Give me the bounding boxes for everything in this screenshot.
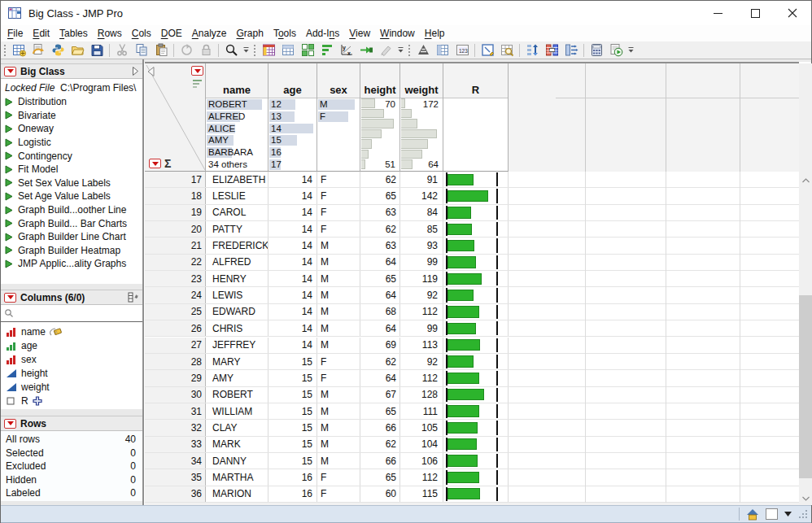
split-table-icon[interactable] [561,42,581,59]
column-header-R[interactable]: R [443,63,509,172]
cell-height[interactable]: 64 [360,255,400,270]
cell-age[interactable]: 14 [268,205,317,220]
cell-height[interactable]: 66 [360,420,400,435]
cell-sex[interactable]: F [317,188,360,203]
scroll-down-icon[interactable] [799,491,812,505]
row-number[interactable]: 30 [145,387,206,403]
row-number[interactable]: 18 [145,188,206,203]
cell-name[interactable]: PATTY [206,221,268,237]
cell-name[interactable]: HENRY [206,271,268,286]
columns-search-box[interactable] [1,305,142,322]
cell-r-bar[interactable] [443,287,509,303]
cell-sex[interactable]: M [317,238,360,253]
script-item[interactable]: Graph Build... Bar Charts [1,216,142,230]
row-stat-hidden[interactable]: Hidden0 [1,473,142,487]
cell-weight[interactable]: 112 [400,469,443,485]
cell-name[interactable]: ELIZABETH [206,172,268,187]
toolbar-overflow-icon[interactable] [241,42,251,59]
table-row-17[interactable]: 17ELIZABETH14F6291 [145,172,799,188]
sort-columns-icon[interactable] [522,42,542,59]
row-number[interactable]: 17 [145,172,206,187]
row-number[interactable]: 22 [145,255,206,270]
cell-r-bar[interactable] [443,420,509,435]
cell-sex[interactable]: M [317,271,360,286]
save-icon[interactable] [87,42,107,59]
column-item-weight[interactable]: weight [1,380,142,394]
cell-name[interactable]: LEWIS [206,287,268,303]
menu-doe[interactable]: DOE [156,26,187,41]
table-row-27[interactable]: 27JEFFREY14M69113 [145,338,799,354]
cell-sex[interactable]: M [317,403,360,419]
cell-name[interactable]: AMY [206,370,268,386]
table-row-18[interactable]: 18LESLIE14F65142 [145,188,799,204]
cell-r-bar[interactable] [443,387,509,403]
join-tables-icon[interactable] [542,42,561,59]
row-stat-excluded[interactable]: Excluded0 [1,460,142,473]
cell-weight[interactable]: 115 [400,486,443,502]
cell-age[interactable]: 15 [268,354,317,369]
toolbar-overflow-icon[interactable] [626,42,635,59]
cell-sex[interactable]: M [317,387,360,403]
window-mode-box[interactable] [766,508,778,520]
cell-r-bar[interactable] [443,172,509,187]
paste-icon[interactable] [151,42,171,59]
column-item-height[interactable]: height [1,366,142,380]
row-number[interactable]: 20 [145,221,206,237]
cell-name[interactable]: JEFFREY [206,338,268,353]
home-icon[interactable] [746,508,759,521]
graph-bars-icon[interactable] [317,42,337,59]
cell-r-bar[interactable] [443,221,509,237]
vertical-scrollbar[interactable] [799,173,812,505]
cell-weight[interactable]: 112 [400,304,443,320]
cell-weight[interactable]: 99 [400,320,443,336]
cell-age[interactable]: 14 [268,338,317,353]
cell-height[interactable]: 68 [360,304,400,320]
cell-weight[interactable]: 105 [400,420,443,435]
row-number[interactable]: 31 [145,403,206,419]
cell-r-bar[interactable] [443,486,509,502]
script-item[interactable]: Graph Builder Heatmap [1,244,142,258]
cell-age[interactable]: 14 [268,172,317,187]
cell-weight[interactable]: 91 [400,172,443,187]
row-number[interactable]: 23 [145,271,206,286]
cell-height[interactable]: 63 [360,205,400,220]
table-row-21[interactable]: 21FREDERICK14M6393 [145,238,799,254]
column-header-name[interactable]: nameROBERTALFREDALICEAMYBARBARA34 others [206,63,268,172]
cell-height[interactable]: 62 [360,354,400,369]
cell-weight[interactable]: 113 [400,338,443,353]
row-number[interactable]: 36 [145,486,206,502]
cell-age[interactable]: 14 [268,255,317,270]
table-row-26[interactable]: 26CHRIS14M6499 [145,320,799,337]
cell-age[interactable]: 14 [268,221,317,237]
cell-height[interactable]: 69 [360,338,400,353]
cell-height[interactable]: 63 [360,238,400,253]
layout-squares-icon[interactable] [298,42,317,59]
table-row-32[interactable]: 32CLAY15M66105 [145,420,799,436]
cell-age[interactable]: 14 [268,304,317,320]
scroll-up-icon[interactable] [799,173,812,187]
menu-tables[interactable]: Tables [55,26,93,41]
script-item[interactable]: Contingency [1,149,142,163]
cell-height[interactable]: 60 [360,486,400,502]
script-item[interactable]: Bivariate [1,109,142,123]
script-item[interactable]: Set Age Value Labels [1,190,142,203]
zoom-tool-icon[interactable] [221,42,241,59]
numeric-grid-icon[interactable]: 123 [452,42,472,59]
cell-r-bar[interactable] [443,304,509,320]
cell-weight[interactable]: 111 [400,403,443,419]
rows-red-triangle-icon[interactable] [149,159,161,168]
row-number[interactable]: 25 [145,304,206,320]
script-item[interactable]: Distribution [1,95,142,109]
column-item-R[interactable]: R [1,394,142,408]
cell-age[interactable]: 16 [268,486,317,502]
menu-graph[interactable]: Graph [232,26,268,41]
menu-window[interactable]: Window [375,26,420,41]
table-row-31[interactable]: 31WILLIAM15M65111 [145,403,799,420]
maximize-button[interactable] [736,1,774,25]
cell-name[interactable]: ROBERT [206,387,268,403]
cell-name[interactable]: FREDERICK [206,238,268,253]
menu-add-ins[interactable]: Add-Ins [301,26,344,41]
script-item[interactable]: Fit Model [1,163,142,177]
row-number[interactable]: 21 [145,238,206,253]
script-item[interactable]: JMP Applic...ality Graphs [1,257,142,271]
